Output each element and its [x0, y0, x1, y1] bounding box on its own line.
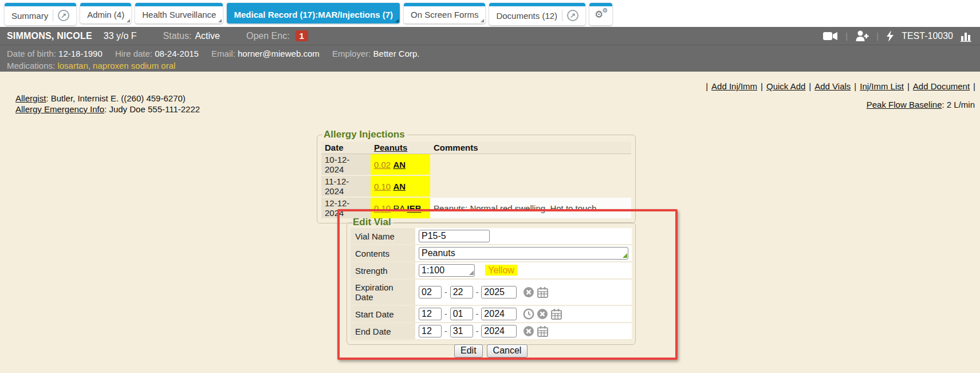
allergy-emergency-info-link[interactable]: Allergy Emergency Info	[15, 104, 104, 114]
allergist-value: : Butler, Internist E. ((260) 459-6270)	[46, 93, 185, 103]
quick-add-link[interactable]: Quick Add	[766, 81, 805, 91]
reaction-code-link[interactable]: AN	[393, 160, 406, 170]
patient-name: SIMMONS, NICOLE	[7, 31, 92, 41]
add-vials-link[interactable]: Add Vials	[814, 81, 851, 91]
patient-id: TEST-10030	[902, 31, 953, 41]
reaction-code-link[interactable]: AN	[393, 182, 406, 191]
peanuts-column-header-link[interactable]: Peanuts	[374, 143, 407, 152]
chart-content-area: |Add Inj/Imm|Quick Add|Add Vials|Inj/Imm…	[0, 72, 980, 373]
calendar-picker-icon[interactable]	[537, 286, 549, 298]
header-separator: |	[845, 31, 848, 41]
link-separator: |	[761, 81, 763, 91]
peak-flow-value: : 2 L/min	[942, 100, 975, 109]
header-separator: |	[876, 31, 879, 41]
edit-button[interactable]: Edit	[454, 344, 483, 358]
calendar-picker-icon[interactable]	[550, 308, 562, 320]
resize-handle-icon	[469, 270, 474, 275]
date-separator: -	[476, 288, 479, 297]
clear-date-icon[interactable]	[523, 325, 534, 337]
reaction-code-link[interactable]: IEB	[407, 203, 422, 213]
allergist-link[interactable]: Allergist	[15, 93, 46, 103]
tab-label: Health Surveillance	[142, 10, 216, 19]
end-year-input[interactable]	[481, 325, 517, 337]
link-separator: |	[973, 81, 975, 91]
calendar-picker-icon[interactable]	[537, 325, 549, 337]
external-arrow-glyph: ↗	[61, 12, 66, 19]
lightning-bolt-icon[interactable]	[886, 30, 894, 42]
dose-link[interactable]: 0.10	[374, 203, 391, 213]
comments-column-header: Comments	[430, 142, 631, 154]
employer-label: Employer:	[332, 49, 371, 58]
tab-settings[interactable]: ⚙ ⚙	[589, 3, 612, 25]
edit-vial-panel: Edit Vial Vial Name Contents Strength Ye…	[347, 217, 636, 345]
medication-link-losartan[interactable]: losartan	[57, 61, 88, 70]
injection-comment	[430, 154, 631, 176]
strength-label: Strength	[351, 262, 415, 279]
external-link-icon[interactable]: ↗	[567, 10, 578, 21]
contents-input[interactable]	[419, 247, 628, 260]
open-encounter-badge[interactable]: 1	[296, 30, 308, 41]
expiration-day-input[interactable]	[450, 286, 473, 299]
clear-date-icon[interactable]	[537, 308, 548, 320]
end-day-input[interactable]	[450, 325, 473, 337]
start-day-input[interactable]	[450, 308, 473, 320]
add-document-link[interactable]: Add Document	[913, 81, 970, 91]
email-value: horner@mieweb.com	[238, 49, 320, 58]
gear-glyph-small: ⚙	[602, 7, 608, 14]
tab-label: Documents (12)	[496, 11, 557, 21]
start-date-label: Start Date	[351, 305, 415, 323]
tab-on-screen-forms[interactable]: On Screen Forms	[404, 3, 485, 23]
start-year-input[interactable]	[481, 308, 517, 320]
video-camera-icon[interactable]	[823, 32, 838, 41]
add-inj-imm-link[interactable]: Add Inj/Imm	[711, 81, 757, 91]
start-month-input[interactable]	[419, 308, 442, 320]
tab-divider	[562, 10, 562, 21]
vial-color-tag: Yellow	[485, 265, 517, 276]
peak-flow-baseline-link[interactable]: Peak Flow Baseline	[867, 100, 942, 109]
clear-date-icon[interactable]	[523, 286, 534, 298]
medication-link-naproxen[interactable]: naproxen sodium oral	[93, 61, 175, 70]
tab-label: Summary	[11, 11, 48, 21]
expiration-month-input[interactable]	[419, 286, 442, 299]
reaction-code-plain: RA	[393, 203, 404, 213]
dose-link[interactable]: 0.02	[374, 160, 391, 170]
end-month-input[interactable]	[419, 325, 442, 337]
dose-link[interactable]: 0.10	[374, 182, 391, 191]
inj-imm-list-link[interactable]: Inj/Imm List	[860, 81, 904, 91]
injection-date: 10-12-2024	[321, 154, 371, 176]
tab-medical-record[interactable]: Medical Record (17):MAR/Injections (7)	[227, 3, 400, 23]
tab-admin[interactable]: Admin (4)	[80, 3, 131, 23]
link-separator: |	[809, 81, 811, 91]
dropdown-corner-icon	[218, 19, 222, 22]
external-link-icon[interactable]: ↗	[58, 10, 69, 21]
patient-header-bar: SIMMONS, NICOLE 33 y/o F Status: Active …	[0, 27, 980, 45]
allergy-injections-panel: Allergy Injections Date Peanuts Comments…	[317, 129, 636, 223]
open-enc-label: Open Enc:	[246, 31, 290, 41]
bar-chart-icon[interactable]	[961, 30, 973, 42]
tab-summary[interactable]: Summary ↗	[5, 3, 76, 25]
demographics-bar: Date of birth: 12-18-1990 Hire date: 08-…	[0, 45, 980, 72]
hire-date-label: Hire date:	[115, 49, 152, 58]
medication-separator: ,	[88, 61, 93, 70]
table-row: 11-12-2024 0.10 AN	[321, 175, 631, 197]
clock-time-icon[interactable]	[523, 308, 534, 320]
dob-value: 12-18-1990	[58, 49, 103, 58]
vial-name-row: Vial Name	[351, 228, 632, 245]
link-separator: |	[854, 81, 856, 91]
date-separator: -	[476, 309, 479, 319]
vial-name-input[interactable]	[419, 230, 490, 242]
injection-date: 11-12-2024	[321, 175, 371, 197]
tab-health-surveillance[interactable]: Health Surveillance	[135, 3, 223, 23]
allergy-emergency-value: : Judy Doe 555-111-2222	[104, 104, 200, 114]
hire-date-value: 08-24-2015	[155, 49, 199, 58]
link-separator: |	[907, 81, 910, 91]
tab-documents[interactable]: Documents (12) ↗	[489, 3, 585, 25]
expiration-year-input[interactable]	[481, 286, 517, 299]
date-column-header: Date	[321, 142, 371, 154]
expiration-date-label: Expiration Date	[351, 279, 415, 305]
strength-input[interactable]	[419, 264, 475, 277]
add-person-icon[interactable]	[855, 30, 869, 41]
edit-vial-title: Edit Vial	[352, 217, 393, 228]
allergist-line: Allergist: Butler, Internist E. ((260) 4…	[15, 93, 200, 104]
cancel-button[interactable]: Cancel	[487, 344, 528, 358]
